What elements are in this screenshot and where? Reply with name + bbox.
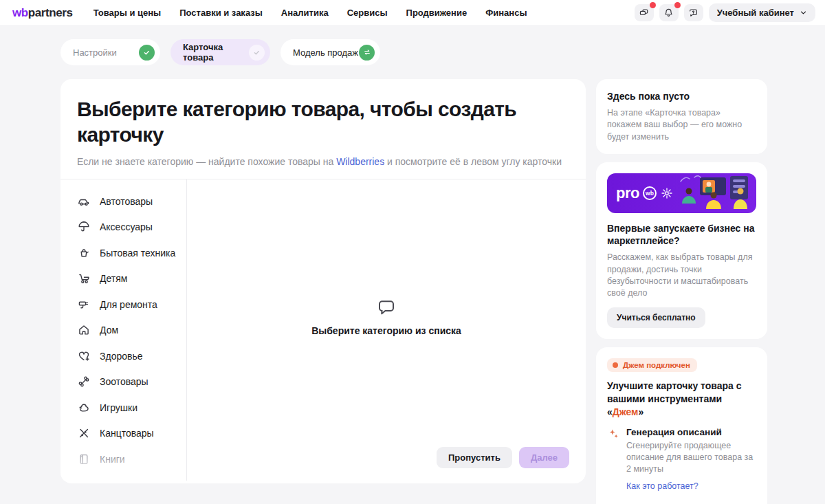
- chat-icon: [639, 8, 649, 18]
- jam-title-after: »: [638, 406, 644, 417]
- category-item-partially-hidden[interactable]: [60, 472, 186, 481]
- jam-title: Улучшите карточку товара с вашими инстру…: [607, 380, 756, 419]
- chat-notification-dot: [650, 2, 656, 8]
- step-product-card[interactable]: Карточка товара: [170, 39, 270, 65]
- how-it-works-link[interactable]: Как это работает?: [626, 481, 698, 491]
- heart-plus-icon: [77, 349, 91, 363]
- car-icon: [77, 195, 91, 208]
- page-title: Выберите категорию товара, чтобы создать…: [77, 97, 551, 147]
- category-label: Детям: [100, 273, 127, 284]
- house-icon: [77, 323, 91, 337]
- promo-text: Расскажем, как выбрать товары для продаж…: [607, 252, 756, 299]
- category-label: Книги: [100, 454, 125, 465]
- tool-body: Генерация описаний Сгенерируйте продающе…: [626, 427, 756, 492]
- topbar-actions: Учебный кабинет: [635, 3, 815, 22]
- step-sales-model[interactable]: Модель продаж: [280, 39, 380, 65]
- promo-illustration: [674, 173, 756, 213]
- empty-state-text: Выберите категорию из списка: [311, 325, 461, 336]
- prowb-banner[interactable]: pro wb: [607, 173, 756, 213]
- logo-partners: partners: [28, 6, 73, 20]
- category-item[interactable]: Здоровье: [60, 343, 186, 369]
- right-sidebar: Здесь пока пусто На этапе «Карточка това…: [596, 79, 767, 504]
- tool-description-generation: Генерация описаний Сгенерируйте продающе…: [607, 427, 756, 492]
- tool-name: Генерация описаний: [626, 427, 756, 437]
- notifications-dot: [674, 2, 681, 8]
- step-settings-label: Настройки: [73, 47, 117, 58]
- page-subtitle: Если не знаете категорию — найдите похож…: [77, 156, 569, 179]
- category-label: Зоотовары: [100, 376, 148, 387]
- account-menu[interactable]: Учебный кабинет: [709, 3, 815, 22]
- main-nav: Товары и цены Поставки и заказы Аналитик…: [94, 8, 527, 18]
- category-list: Автотовары Аксессуары: [60, 179, 187, 481]
- wbpartners-logo[interactable]: wbpartners: [12, 6, 73, 20]
- category-item[interactable]: Детям: [60, 266, 186, 292]
- promo-title: Впервые запускаете бизнес на маркетплейс…: [607, 222, 756, 247]
- jam-tools-card: Джем подключен Улучшите карточку товара …: [596, 347, 767, 504]
- category-label: Игрушки: [100, 402, 138, 413]
- main-body: Автотовары Аксессуары: [60, 179, 586, 481]
- nav-services[interactable]: Сервисы: [347, 8, 388, 18]
- stroller-icon: [77, 272, 91, 285]
- category-picker-card: Выберите категорию товара, чтобы создать…: [60, 79, 586, 483]
- step-settings[interactable]: Настройки: [60, 39, 160, 65]
- skip-button[interactable]: Пропустить: [437, 447, 512, 468]
- jam-link[interactable]: Джем: [613, 406, 639, 417]
- book-icon: [77, 452, 91, 466]
- step-sales-model-label: Модель продаж: [293, 47, 358, 58]
- check-icon-inactive: [249, 45, 265, 61]
- subtitle-text-after: и посмотрите её в левом углу карточки: [384, 156, 562, 167]
- category-icon: [77, 478, 91, 481]
- category-item[interactable]: Книги: [60, 446, 186, 472]
- nav-goods-prices[interactable]: Товары и цены: [94, 8, 162, 18]
- subtitle-text-before: Если не знаете категорию — найдите похож…: [77, 156, 336, 167]
- category-item[interactable]: Канцтовары: [60, 421, 186, 447]
- onboarding-steps: Настройки Карточка товара Модель продаж: [60, 39, 380, 65]
- account-label: Учебный кабинет: [717, 8, 794, 18]
- help-button[interactable]: [684, 4, 703, 21]
- selection-preview-text: На этапе «Карточка товара» покажем ваш в…: [607, 107, 756, 143]
- category-item[interactable]: Дом: [60, 318, 186, 344]
- nav-supplies-orders[interactable]: Поставки и заказы: [179, 8, 263, 18]
- help-icon: [688, 8, 698, 18]
- category-item[interactable]: Автотовары: [60, 188, 186, 215]
- sparkles-icon: [607, 428, 619, 492]
- chevron-down-icon: [800, 9, 807, 17]
- prowb-logo-wb: wb: [643, 186, 657, 200]
- nav-promotion[interactable]: Продвижение: [406, 8, 468, 18]
- category-item[interactable]: Аксессуары: [60, 215, 186, 241]
- category-label: Канцтовары: [100, 428, 154, 439]
- check-icon: [139, 45, 155, 61]
- umbrella-icon: [77, 220, 91, 234]
- duck-icon: [77, 401, 91, 415]
- bone-icon: [77, 375, 91, 388]
- category-label: Здоровье: [100, 351, 143, 362]
- category-item[interactable]: Игрушки: [60, 395, 186, 421]
- category-item[interactable]: Для ремонта: [60, 292, 186, 318]
- category-label: Автотовары: [100, 196, 153, 207]
- topbar: wbpartners Товары и цены Поставки и зака…: [0, 0, 825, 26]
- swap-arrows-icon: [359, 45, 375, 61]
- next-button-disabled[interactable]: Далее: [519, 447, 569, 468]
- stationery-icon: [77, 426, 91, 440]
- nav-finances[interactable]: Финансы: [485, 8, 527, 18]
- step-product-card-label: Карточка товара: [183, 42, 249, 63]
- status-dot-icon: [613, 362, 618, 368]
- category-item[interactable]: Зоотовары: [60, 369, 186, 395]
- selection-preview-card: Здесь пока пусто На этапе «Карточка това…: [596, 79, 767, 154]
- wizard-actions: Пропустить Далее: [437, 447, 569, 468]
- learn-free-button[interactable]: Учиться бесплатно: [607, 307, 705, 328]
- category-label: Дом: [100, 325, 118, 336]
- category-label: Бытовая техника: [100, 248, 175, 259]
- jam-badge-label: Джем подключен: [623, 361, 690, 369]
- kettle-icon: [77, 246, 91, 260]
- category-item[interactable]: Бытовая техника: [60, 240, 186, 266]
- tool-desc: Сгенерируйте продающее описание для ваше…: [626, 440, 756, 476]
- empty-state: Выберите категорию из списка: [187, 179, 586, 481]
- drill-icon: [77, 298, 91, 311]
- chat-button[interactable]: [635, 4, 654, 21]
- wildberries-link[interactable]: Wildberries: [336, 156, 384, 167]
- notifications-button[interactable]: [659, 4, 679, 21]
- jam-status-badge: Джем подключен: [607, 358, 697, 372]
- nav-analytics[interactable]: Аналитика: [281, 8, 329, 18]
- logo-wb: wb: [12, 6, 28, 20]
